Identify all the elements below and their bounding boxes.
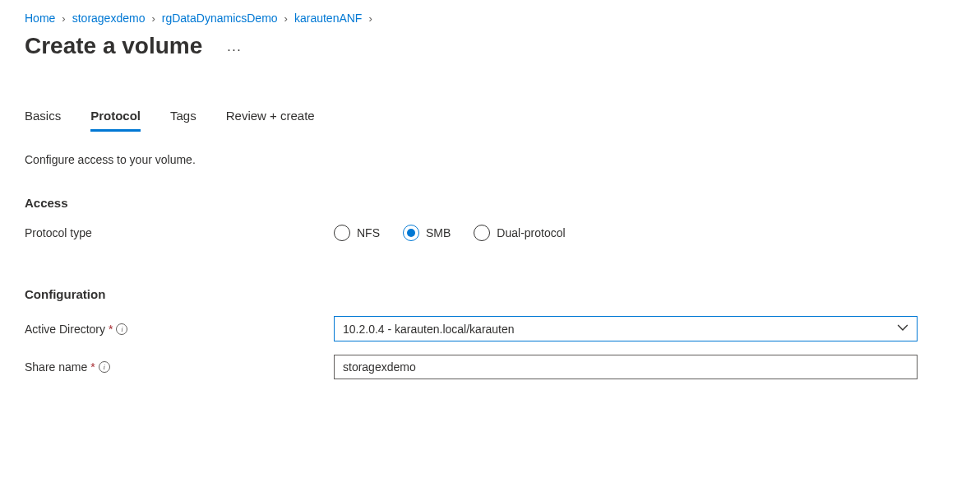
chevron-right-icon: › — [284, 12, 288, 25]
label-active-directory: Active Directory * i — [25, 323, 334, 336]
breadcrumb-link-storagexdemo[interactable]: storagexdemo — [72, 12, 146, 25]
label-text-share: Share name — [25, 360, 87, 374]
radio-label-dual: Dual-protocol — [497, 226, 565, 239]
required-asterisk: * — [90, 360, 95, 374]
radio-icon — [403, 225, 419, 241]
section-heading-access: Access — [25, 196, 955, 210]
info-icon[interactable]: i — [116, 323, 127, 335]
required-asterisk: * — [109, 323, 113, 336]
row-protocol-type: Protocol type NFS SMB Dual-protocol — [25, 225, 955, 241]
label-protocol-type: Protocol type — [25, 226, 334, 239]
breadcrumb-link-rg[interactable]: rgDataDynamicsDemo — [162, 12, 278, 25]
radio-nfs[interactable]: NFS — [334, 225, 380, 241]
radio-label-smb: SMB — [426, 226, 451, 239]
select-value-ad: 10.2.0.4 - karauten.local/karauten — [343, 323, 515, 336]
radio-dual[interactable]: Dual-protocol — [474, 225, 565, 241]
tabs: Basics Protocol Tags Review + create — [25, 109, 955, 132]
more-icon[interactable]: ··· — [227, 35, 242, 57]
section-heading-configuration: Configuration — [25, 287, 955, 301]
active-directory-select[interactable]: 10.2.0.4 - karauten.local/karauten — [334, 316, 918, 341]
label-text-ad: Active Directory — [25, 323, 105, 336]
page-title: Create a volume — [25, 33, 202, 59]
tab-description: Configure access to your volume. — [25, 153, 955, 166]
chevron-down-icon — [897, 322, 908, 336]
tab-tags[interactable]: Tags — [170, 109, 196, 132]
chevron-right-icon: › — [368, 12, 372, 25]
protocol-type-radio-group: NFS SMB Dual-protocol — [334, 225, 566, 241]
row-share-name: Share name * i — [25, 355, 955, 379]
tab-review-create[interactable]: Review + create — [226, 109, 315, 132]
tab-basics[interactable]: Basics — [25, 109, 61, 132]
breadcrumb-link-anf[interactable]: karautenANF — [294, 12, 362, 25]
title-row: Create a volume ··· — [25, 33, 955, 59]
row-active-directory: Active Directory * i 10.2.0.4 - karauten… — [25, 316, 955, 341]
chevron-right-icon: › — [62, 12, 65, 25]
radio-icon — [334, 225, 350, 241]
info-icon[interactable]: i — [99, 361, 110, 373]
radio-icon — [474, 225, 490, 241]
chevron-right-icon: › — [151, 12, 155, 25]
radio-smb[interactable]: SMB — [403, 225, 451, 241]
label-share-name: Share name * i — [25, 360, 334, 374]
share-name-input[interactable] — [334, 355, 918, 379]
tab-protocol[interactable]: Protocol — [90, 109, 141, 132]
breadcrumb-link-home[interactable]: Home — [25, 12, 55, 25]
radio-label-nfs: NFS — [357, 226, 380, 239]
breadcrumb: Home › storagexdemo › rgDataDynamicsDemo… — [25, 12, 955, 25]
